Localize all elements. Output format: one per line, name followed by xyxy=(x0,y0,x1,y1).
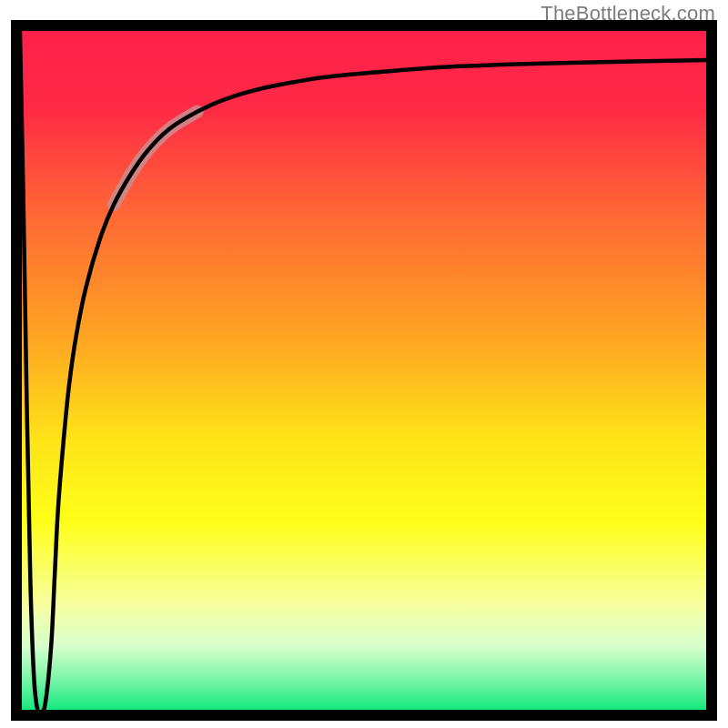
gradient-background xyxy=(16,25,712,715)
chart-svg xyxy=(0,0,728,728)
chart-stage: TheBottleneck.com xyxy=(0,0,728,728)
